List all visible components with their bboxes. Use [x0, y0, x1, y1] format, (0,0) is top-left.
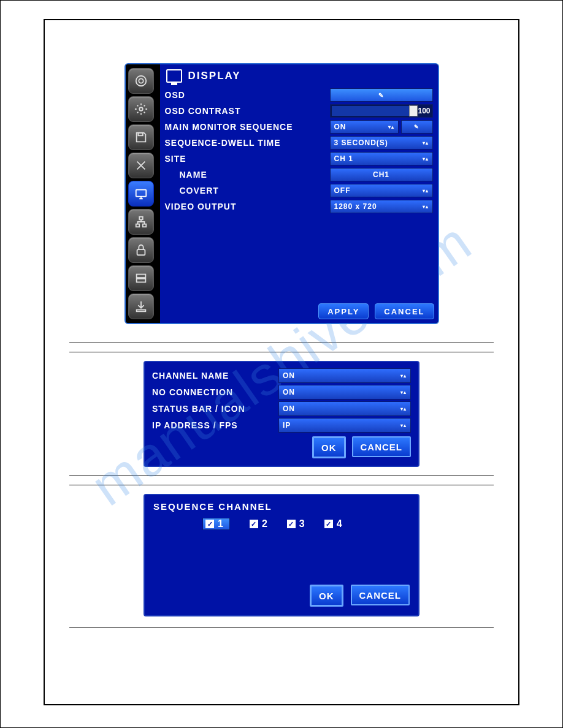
dwell-time-dropdown[interactable]: 3 SECOND(S)▾▴	[330, 136, 433, 150]
ip-fps-label: IP ADDRESS / FPS	[152, 420, 278, 430]
display-content: DISPLAY OSD ✎ OSD CONTRAST 100 MAIN MONI…	[160, 64, 438, 323]
osd-label: OSD	[165, 90, 330, 100]
panel-title: DISPLAY	[188, 70, 241, 82]
video-output-dropdown[interactable]: 1280 x 720▾▴	[330, 200, 433, 213]
osd-options-panel: CHANNEL NAME ON▾▴ NO CONNECTION ON▾▴ STA…	[144, 361, 419, 467]
edit-icon: ✎	[414, 124, 419, 130]
channel-3-checkbox[interactable]: ✓3	[287, 518, 305, 530]
channel-1-checkbox[interactable]: ✓1	[202, 518, 230, 530]
svg-rect-9	[136, 275, 145, 278]
dwell-time-label: SEQUENCE-DWELL TIME	[165, 138, 330, 148]
name-label: NAME	[165, 170, 330, 180]
svg-rect-11	[136, 310, 145, 312]
save-icon[interactable]	[128, 124, 154, 150]
checkmark-icon: ✓	[250, 520, 258, 528]
divider	[69, 352, 494, 352]
checkmark-icon: ✓	[287, 520, 296, 528]
camera-icon[interactable]	[128, 68, 154, 94]
no-connection-label: NO CONNECTION	[152, 387, 278, 397]
sidebar	[126, 64, 160, 323]
network-icon[interactable]	[128, 209, 154, 235]
cancel-button[interactable]: CANCEL	[375, 303, 434, 319]
tools-icon[interactable]	[128, 153, 154, 178]
svg-rect-4	[136, 190, 146, 197]
svg-point-2	[139, 107, 143, 111]
svg-point-1	[139, 78, 143, 83]
sequence-channel-title: SEQUENCE CHANNEL	[153, 501, 410, 512]
osd-contrast-label: OSD CONTRAST	[165, 106, 330, 116]
main-sequence-label: MAIN MONITOR SEQUENCE	[165, 122, 330, 132]
svg-rect-8	[137, 249, 145, 255]
chevron-down-icon: ▾▴	[399, 419, 408, 432]
checkmark-icon: ✓	[205, 520, 214, 528]
download-icon[interactable]	[128, 294, 154, 319]
divider	[69, 485, 494, 485]
name-field[interactable]: CH1	[330, 168, 433, 181]
chevron-down-icon: ▾▴	[421, 137, 430, 149]
status-bar-label: STATUS BAR / ICON	[152, 404, 278, 414]
ok-button[interactable]: OK	[312, 436, 346, 458]
chevron-down-icon: ▾▴	[421, 200, 430, 213]
ok-button[interactable]: OK	[310, 585, 343, 607]
display-icon[interactable]	[128, 181, 154, 207]
osd-contrast-slider[interactable]: 100	[330, 104, 433, 118]
channel-2-checkbox[interactable]: ✓2	[250, 518, 267, 530]
panel-header: DISPLAY	[160, 64, 438, 85]
apply-button[interactable]: APPLY	[318, 303, 369, 319]
covert-dropdown[interactable]: OFF▾▴	[330, 184, 433, 197]
contrast-value: 100	[418, 107, 430, 115]
ip-fps-dropdown[interactable]: IP▾▴	[278, 418, 411, 433]
chevron-down-icon: ▾▴	[399, 402, 408, 415]
divider	[69, 343, 494, 343]
sequence-channel-panel: SEQUENCE CHANNEL ✓1 ✓2 ✓3 ✓4 OK CANCEL	[144, 494, 419, 616]
monitor-icon	[166, 69, 182, 83]
cancel-button[interactable]: CANCEL	[352, 436, 412, 457]
chevron-down-icon: ▾▴	[399, 369, 408, 382]
svg-rect-6	[136, 224, 139, 227]
osd-dropdown[interactable]: ✎	[330, 88, 433, 102]
divider	[69, 628, 494, 628]
display-settings-panel: DISPLAY OSD ✎ OSD CONTRAST 100 MAIN MONI…	[124, 63, 439, 324]
main-sequence-edit[interactable]: ✎	[401, 120, 433, 134]
main-sequence-dropdown[interactable]: ON▾▴	[330, 120, 399, 134]
video-output-label: VIDEO OUTPUT	[165, 202, 330, 211]
svg-rect-5	[139, 217, 143, 220]
slider-handle[interactable]	[409, 105, 418, 116]
channel-4-checkbox[interactable]: ✓4	[324, 518, 342, 530]
svg-point-0	[136, 76, 146, 86]
edit-icon: ✎	[378, 92, 384, 99]
cancel-button[interactable]: CANCEL	[351, 585, 410, 605]
channel-name-label: CHANNEL NAME	[152, 371, 278, 381]
chevron-down-icon: ▾▴	[387, 121, 396, 133]
checkmark-icon: ✓	[324, 520, 333, 528]
chevron-down-icon: ▾▴	[421, 184, 430, 197]
svg-rect-10	[136, 279, 145, 282]
status-bar-dropdown[interactable]: ON▾▴	[278, 401, 411, 416]
chevron-down-icon: ▾▴	[421, 153, 430, 165]
settings-icon[interactable]	[128, 96, 154, 122]
svg-rect-7	[142, 224, 146, 227]
site-dropdown[interactable]: CH 1▾▴	[330, 152, 433, 165]
channel-name-dropdown[interactable]: ON▾▴	[278, 368, 411, 383]
covert-label: COVERT	[165, 186, 330, 195]
drive-icon[interactable]	[128, 265, 154, 291]
site-label: SITE	[165, 154, 330, 164]
svg-rect-3	[138, 133, 142, 136]
lock-icon[interactable]	[128, 237, 154, 263]
divider	[69, 476, 494, 476]
no-connection-dropdown[interactable]: ON▾▴	[278, 385, 411, 400]
chevron-down-icon: ▾▴	[399, 385, 408, 399]
